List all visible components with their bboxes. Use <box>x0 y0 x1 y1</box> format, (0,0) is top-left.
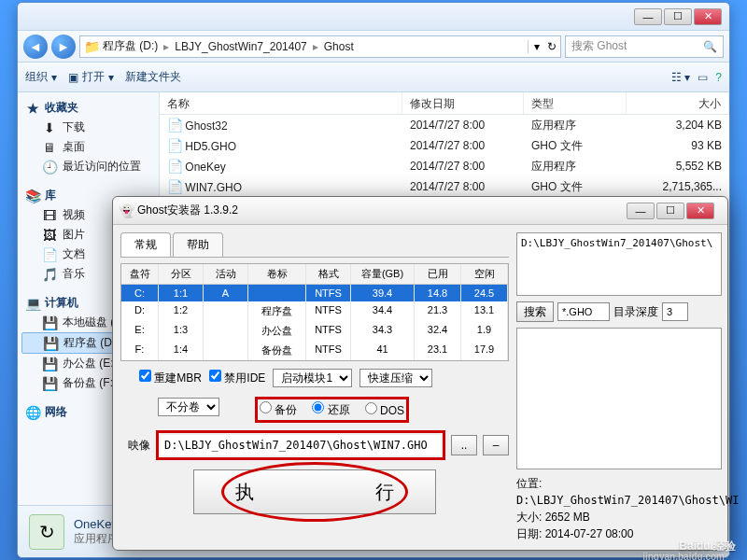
dialog-maximize-button[interactable]: ☐ <box>656 203 684 219</box>
explorer-titlebar: — ☐ ✕ <box>18 3 729 31</box>
col-date[interactable]: 修改日期 <box>402 92 524 114</box>
drive-icon: 💾 <box>42 315 57 330</box>
video-icon: 🎞 <box>42 208 57 223</box>
app-icon: ↻ <box>29 514 64 550</box>
col-cap: 容量(GB) <box>351 264 415 284</box>
network-icon: 🌐 <box>25 405 40 420</box>
file-row[interactable]: 📄 OneKey2014/7/27 8:00应用程序5,552 KB <box>160 156 729 176</box>
boot-module-select[interactable]: 启动模块1 <box>273 369 352 387</box>
picture-icon: 🖼 <box>42 228 57 243</box>
sidebar-item-recent[interactable]: 🕘最近访问的位置 <box>21 157 155 176</box>
back-button[interactable]: ◄ <box>23 35 48 59</box>
document-icon: 📄 <box>42 247 57 262</box>
col-size[interactable]: 大小 <box>627 92 729 114</box>
mode-backup[interactable]: 备份 <box>260 401 297 418</box>
sidebar-item-downloads[interactable]: ⬇下载 <box>21 118 155 137</box>
dialog-minimize-button[interactable]: — <box>627 203 655 219</box>
ext-field[interactable] <box>557 302 610 321</box>
search-input[interactable]: 搜索 Ghost 🔍 <box>565 35 724 58</box>
watermark: Baidu 经验 jingyan.baidu.com <box>679 535 736 554</box>
image-path-field[interactable] <box>161 435 441 455</box>
partition-row[interactable]: F:1:4备份盘NTFS4123.117.9 <box>121 341 508 360</box>
minimize-button[interactable]: — <box>634 8 662 25</box>
tab-help[interactable]: 帮助 <box>173 232 223 257</box>
col-used: 已用 <box>415 264 461 284</box>
tab-normal[interactable]: 常规 <box>120 232 171 257</box>
folder-icon: 📁 <box>84 39 99 54</box>
tabs: 常规 帮助 <box>120 232 509 258</box>
address-bar[interactable]: 📁 程序盘 (D:)▸ LBJY_GhostWin7_201407▸ Ghost… <box>79 35 561 58</box>
ide-checkbox[interactable]: 禁用IDE <box>209 370 265 386</box>
col-label: 卷标 <box>248 264 306 284</box>
mbr-checkbox[interactable]: 重建MBR <box>139 370 202 386</box>
organize-button[interactable]: 组织 ▾ <box>25 69 57 85</box>
dialog-title: Ghost安装器 1.3.9.2 <box>137 203 238 218</box>
maximize-button[interactable]: ☐ <box>664 8 692 25</box>
col-free: 空闲 <box>461 264 508 284</box>
info-panel: 位置: D:\LBJY_GhostWin7_201407\Ghost\WI 大小… <box>516 475 722 542</box>
execute-button[interactable]: 执 行 <box>193 469 436 514</box>
browse-button[interactable]: .. <box>451 435 477 455</box>
col-disk: 盘符 <box>121 264 159 284</box>
newfolder-button[interactable]: 新建文件夹 <box>125 69 181 85</box>
recent-icon: 🕘 <box>42 160 57 175</box>
dialog-close-button[interactable]: ✕ <box>686 203 714 219</box>
search-placeholder: 搜索 Ghost <box>571 38 627 54</box>
result-list[interactable] <box>516 328 722 469</box>
file-row[interactable]: 📄 Ghost322014/7/27 8:00应用程序3,204 KB <box>160 115 729 135</box>
search-button[interactable]: 搜索 <box>516 301 554 322</box>
drive-icon: 💾 <box>42 357 57 371</box>
partition-row[interactable]: D:1:2程序盘NTFS34.421.313.1 <box>121 301 508 321</box>
breadcrumb[interactable]: Ghost <box>324 40 354 53</box>
breadcrumb[interactable]: LBJY_GhostWin7_201407 <box>175 40 306 53</box>
toolbar: 组织 ▾ ▣ 打开 ▾ 新建文件夹 ☷ ▾ ▭ ? <box>18 63 729 92</box>
partition-table: 盘符 分区 活动 卷标 格式 容量(GB) 已用 空闲 C:1:1ANTFS39… <box>120 263 509 361</box>
col-name[interactable]: 名称 <box>160 92 402 114</box>
col-fs: 格式 <box>306 264 351 284</box>
dialog-titlebar: 👻 Ghost安装器 1.3.9.2 — ☐ ✕ <box>113 197 727 225</box>
desktop-icon: 🖥 <box>42 140 57 155</box>
partition-row[interactable]: C:1:1ANTFS39.414.824.5 <box>121 285 508 301</box>
sidebar-favorites[interactable]: ★收藏夹 <box>21 98 155 118</box>
mode-restore[interactable]: 还原 <box>312 401 349 418</box>
ghost-installer-dialog: 👻 Ghost安装器 1.3.9.2 — ☐ ✕ 常规 帮助 盘符 分区 活动 … <box>112 196 728 551</box>
depth-field[interactable] <box>662 302 688 321</box>
mode-dos[interactable]: DOS <box>365 402 404 417</box>
preview-button[interactable]: ▭ <box>698 71 708 84</box>
library-icon: 📚 <box>25 189 40 203</box>
open-button[interactable]: ▣ 打开 ▾ <box>68 69 114 85</box>
breadcrumb[interactable]: 程序盘 (D:) <box>103 38 158 54</box>
split-select[interactable]: 不分卷 <box>158 398 219 416</box>
star-icon: ★ <box>25 101 40 116</box>
col-part: 分区 <box>159 264 204 284</box>
path-list[interactable]: D:\LBJY_GhostWin7_201407\Ghost\ <box>516 232 722 296</box>
image-label: 映像 <box>128 438 150 454</box>
sidebar-item-desktop[interactable]: 🖥桌面 <box>21 137 155 157</box>
drive-icon: 💾 <box>43 336 58 351</box>
drive-icon: 💾 <box>42 376 57 391</box>
download-icon: ⬇ <box>42 120 57 135</box>
depth-label: 目录深度 <box>613 304 658 320</box>
navbar: ◄ ► 📁 程序盘 (D:)▸ LBJY_GhostWin7_201407▸ G… <box>18 31 729 63</box>
col-active: 活动 <box>204 264 248 284</box>
computer-icon: 💻 <box>25 296 40 311</box>
music-icon: 🎵 <box>42 267 57 282</box>
view-button[interactable]: ☷ ▾ <box>671 71 690 84</box>
close-button[interactable]: ✕ <box>694 8 722 25</box>
clear-button[interactable]: – <box>483 435 509 455</box>
column-headers: 名称 修改日期 类型 大小 <box>160 92 729 115</box>
help-icon[interactable]: ? <box>715 71 722 84</box>
search-icon: 🔍 <box>703 40 717 53</box>
partition-row[interactable]: E:1:3办公盘NTFS34.332.41.9 <box>121 321 508 341</box>
col-type[interactable]: 类型 <box>524 92 627 114</box>
file-row[interactable]: 📄 HD5.GHO2014/7/27 8:00GHO 文件93 KB <box>160 135 729 156</box>
file-row[interactable]: 📄 WIN7.GHO2014/7/27 8:00GHO 文件2,715,365.… <box>160 176 729 197</box>
app-icon: 👻 <box>119 203 134 218</box>
forward-button[interactable]: ► <box>51 35 76 59</box>
compress-select[interactable]: 快速压缩 <box>359 369 432 387</box>
